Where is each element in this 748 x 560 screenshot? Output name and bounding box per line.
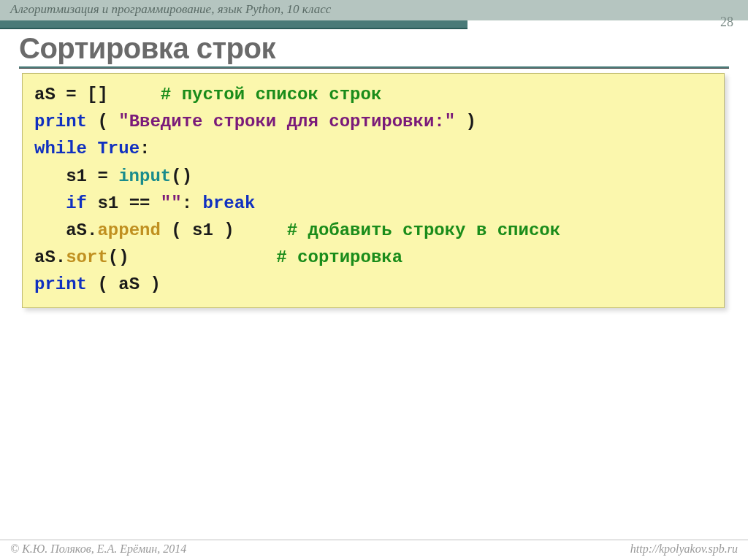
code-comment: # пустой список строк xyxy=(161,85,381,104)
title-area: Сортировка строк xyxy=(19,32,729,69)
code-func: append xyxy=(97,220,160,240)
code-text: ( xyxy=(87,112,118,131)
code-text: ( aS ) xyxy=(87,275,161,294)
code-text: : xyxy=(182,193,203,213)
code-line-2: print ( "Введите строки для сортировки:"… xyxy=(34,108,712,135)
code-text: () xyxy=(171,166,192,186)
code-text: aS xyxy=(34,220,87,240)
code-text: aS = [] xyxy=(34,85,161,104)
code-text: ) xyxy=(455,112,476,131)
slide-footer: © К.Ю. Поляков, Е.А. Ерёмин, 2014 http:/… xyxy=(0,540,748,560)
footer-left: © К.Ю. Поляков, Е.А. Ерёмин, 2014 xyxy=(10,542,186,558)
code-text: s1 == xyxy=(87,193,161,213)
code-text: () xyxy=(108,248,276,267)
code-keyword: while xyxy=(34,139,87,158)
code-text xyxy=(34,193,66,213)
page-title: Сортировка строк xyxy=(19,32,729,65)
code-keyword: break xyxy=(202,193,255,213)
decorative-bar xyxy=(0,20,468,29)
slide-header: Алгоритмизация и программирование, язык … xyxy=(0,0,748,20)
code-string: "Введите строки для сортировки:" xyxy=(118,112,455,131)
code-line-7: aS.sort() # сортировка xyxy=(34,244,712,271)
code-text: . xyxy=(87,220,97,240)
code-text: ( s1 ) xyxy=(161,220,287,240)
code-text: aS xyxy=(34,248,56,267)
code-text xyxy=(87,139,97,158)
code-line-6: aS.append ( s1 ) # добавить строку в спи… xyxy=(34,217,712,244)
code-func: input xyxy=(118,166,171,186)
code-keyword: print xyxy=(34,275,87,294)
code-line-4: s1 = input() xyxy=(34,163,712,190)
code-line-3: while True: xyxy=(34,135,712,162)
code-line-1: aS = [] # пустой список строк xyxy=(34,81,712,108)
code-text: . xyxy=(56,248,66,267)
code-comment: # добавить строку в список xyxy=(287,220,560,240)
code-keyword: True xyxy=(97,139,140,158)
footer-right: http://kpolyakov.spb.ru xyxy=(630,542,738,558)
page-number: 28 xyxy=(720,15,733,30)
code-line-5: if s1 == "": break xyxy=(34,190,712,217)
title-underline xyxy=(19,66,729,69)
code-text: s1 = xyxy=(34,166,118,186)
code-string: "" xyxy=(161,193,182,213)
code-line-8: print ( aS ) xyxy=(34,271,712,298)
code-text: : xyxy=(140,139,150,158)
header-text: Алгоритмизация и программирование, язык … xyxy=(10,2,331,16)
code-keyword: print xyxy=(34,112,87,131)
code-block: aS = [] # пустой список строк print ( "В… xyxy=(22,73,725,308)
code-func: sort xyxy=(66,248,108,267)
code-comment: # сортировка xyxy=(276,248,402,267)
code-keyword: if xyxy=(66,193,87,213)
